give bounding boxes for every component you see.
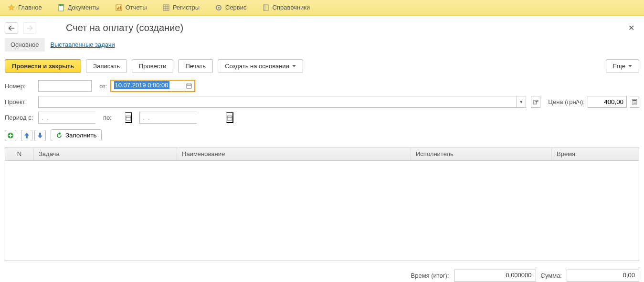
close-button[interactable]: ✕ [626,21,636,34]
calendar-icon [227,115,232,121]
menu-registers[interactable]: Регистры [159,2,202,13]
fill-button[interactable]: Заполнить [51,129,102,141]
project-dropdown-button[interactable]: ▾ [516,96,526,107]
tabs: Основное Выставленные задачи [0,38,644,52]
svg-point-24 [633,102,633,103]
calculator-icon [632,99,637,105]
menu-label: Справочники [273,4,310,11]
sum-value: 0,00 [567,270,639,282]
period-to-wrap [139,112,197,124]
price-label: Цена (грн/ч): [548,98,585,105]
grid-header: N Задача Наименование Исполнитель Время [5,147,639,161]
nav-row: Счет на оплату (создание) ✕ [0,16,644,38]
project-label: Проект: [5,98,35,105]
post-button[interactable]: Провести [132,59,174,73]
menu-label: Отчеты [126,4,147,11]
date-picker-button[interactable] [184,81,194,91]
chevron-down-icon [292,65,296,67]
save-button[interactable]: Записать [86,59,127,73]
date-value-selected: 10.07.2019 0:00:00 [114,81,169,89]
arrow-up-icon [24,133,29,138]
document-icon [57,4,65,11]
menu-label: Главное [18,4,42,11]
create-based-button[interactable]: Создать на основании [218,59,303,73]
chevron-down-icon [628,65,632,67]
svg-point-27 [633,103,633,104]
fill-label: Заполнить [65,132,96,139]
period-from-wrap [38,112,95,124]
move-down-button[interactable] [34,130,46,141]
svg-rect-20 [533,101,537,104]
svg-rect-7 [163,5,169,10]
arrow-right-icon [27,26,32,31]
date-input[interactable]: 10.07.2019 0:00:00 [111,81,184,91]
menu-reports[interactable]: Отчеты [112,2,150,13]
menu-main[interactable]: Главное [5,2,45,13]
col-n[interactable]: N [5,147,34,160]
tab-main[interactable]: Основное [5,38,45,52]
forward-button[interactable] [23,22,36,34]
create-based-label: Создать на основании [225,63,289,70]
star-icon [8,4,15,11]
period-from-label: Период с: [5,114,35,121]
svg-rect-23 [633,100,636,101]
svg-rect-16 [187,84,191,88]
period-to-picker[interactable] [226,112,233,123]
plus-circle-icon [7,132,14,139]
svg-point-26 [635,102,636,103]
sum-label: Сумма: [541,272,562,279]
price-calc-button[interactable] [630,96,639,108]
col-exec[interactable]: Исполнитель [411,147,552,160]
period-to-input[interactable] [140,112,226,123]
add-row-button[interactable] [5,130,16,141]
menu-service[interactable]: Сервис [212,2,250,13]
report-icon [115,4,123,11]
print-button[interactable]: Печать [178,59,213,73]
top-menubar: Главное Документы Отчеты Регистры Сервис… [0,0,644,16]
menu-label: Документы [68,4,100,11]
row-project: Проект: ▾ Цена (грн/ч): [0,94,644,110]
project-input-wrap: ▾ [38,96,526,108]
move-up-button[interactable] [21,130,32,141]
svg-point-25 [634,102,635,103]
project-open-button[interactable] [531,96,540,108]
svg-point-29 [635,103,636,104]
back-button[interactable] [5,22,18,34]
svg-point-13 [218,7,220,9]
period-to-label: по: [103,114,134,121]
totals-row: Время (итог): 0,000000 Сумма: 0,00 [0,261,644,282]
row-number: Номер: от: 10.07.2019 0:00:00 [0,78,644,94]
grid-body[interactable] [5,161,639,261]
grid-icon [162,4,170,11]
tab-tasks[interactable]: Выставленные задачи [45,38,121,52]
date-field-wrap: 10.07.2019 0:00:00 [110,80,195,92]
svg-rect-6 [120,6,121,10]
from-label: от: [99,83,107,90]
toolbar: Провести и закрыть Записать Провести Печ… [0,52,644,78]
number-label: Номер: [5,83,35,90]
book-icon [262,4,270,11]
project-input[interactable] [39,96,516,107]
price-input[interactable] [588,96,627,108]
menu-documents[interactable]: Документы [54,2,103,13]
calendar-icon [186,83,192,89]
open-ref-icon [533,99,538,105]
more-label: Еще [613,63,625,70]
number-input[interactable] [38,80,92,92]
col-time[interactable]: Время [552,147,639,160]
row-period: Период с: по: [0,110,644,125]
col-name[interactable]: Наименование [177,147,411,160]
svg-rect-32 [227,116,232,120]
svg-rect-14 [264,5,268,10]
gear-icon [215,4,222,11]
grid-toolbar: Заполнить [0,125,644,145]
col-task[interactable]: Задача [34,147,177,160]
svg-point-28 [634,103,635,104]
refresh-icon [56,132,63,139]
menu-label: Регистры [173,4,200,11]
svg-rect-4 [117,8,118,10]
menu-catalogs[interactable]: Справочники [259,2,313,13]
arrow-down-icon [38,133,42,138]
post-and-close-button[interactable]: Провести и закрыть [5,59,81,73]
more-button[interactable]: Еще [606,59,639,73]
